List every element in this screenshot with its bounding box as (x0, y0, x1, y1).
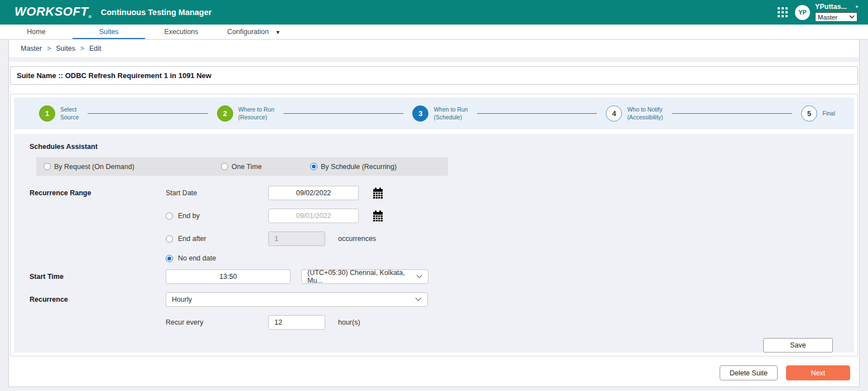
mode-by-request[interactable]: By Request (On Demand) (44, 163, 221, 171)
by-schedule-radio[interactable] (310, 163, 317, 170)
tab-executions[interactable]: Executions (145, 25, 218, 39)
step-4-label: Who to Notify(Accessibility) (627, 106, 663, 121)
chevron-down-icon (416, 274, 422, 279)
worksoft-logo: WORKSOFT® (15, 4, 92, 20)
one-time-radio[interactable] (221, 163, 228, 170)
end-after-input[interactable] (268, 231, 325, 246)
recurrence-row: Recurrence Hourly (30, 292, 854, 307)
step-2-circle: 2 (217, 105, 233, 122)
occurrences-label: occurrences (338, 235, 376, 243)
step-2-where-to-run[interactable]: 2 Where to Run(Resource) (217, 105, 274, 122)
user-caret-icon: ▼ (855, 4, 859, 9)
tenant-select[interactable]: Master (815, 12, 857, 22)
user-menu: YPuttas... ▼ Master (815, 3, 859, 22)
timezone-select[interactable]: (UTC+05:30) Chennai, Kolkata, Mu... (301, 269, 428, 284)
tab-suites[interactable]: Suites (73, 25, 145, 39)
end-after-radio[interactable] (166, 235, 173, 243)
chevron-down-icon (415, 297, 422, 302)
mode-one-time[interactable]: One Time (221, 163, 310, 171)
step-connector (283, 113, 404, 114)
step-1-label: SelectSource (60, 106, 79, 121)
username: YPuttas... (815, 3, 847, 11)
app-header: WORKSOFT® Continuous Testing Manager YP … (0, 0, 868, 25)
end-by-option[interactable]: End by (166, 212, 268, 220)
apps-grid-icon[interactable] (778, 7, 788, 17)
schedule-form: Schedules Assistant By Request (On Deman… (14, 134, 854, 353)
start-time-row: Start Time (UTC+05:30) Chennai, Kolkata,… (30, 269, 854, 284)
step-3-when-to-run[interactable]: 3 When to Run(Schedule) (412, 105, 467, 122)
recurrence-select-value: Hourly (172, 296, 192, 303)
hours-unit-label: hour(s) (338, 318, 360, 326)
end-by-radio[interactable] (166, 213, 173, 220)
breadcrumb-item-master[interactable]: Master (21, 45, 42, 52)
start-date-label: Start Date (166, 189, 197, 197)
chevron-down-icon (849, 15, 855, 19)
step-1-circle: 1 (39, 105, 55, 122)
wizard-stepper: 1 SelectSource 2 Where to Run(Resource) … (14, 98, 854, 129)
next-button[interactable]: Next (786, 365, 850, 380)
configuration-caret-icon: ▼ (276, 30, 281, 35)
start-time-input[interactable] (166, 269, 291, 284)
main-nav: Home Suites Executions Configuration▼ (0, 25, 868, 40)
app-title: Continuous Testing Manager (101, 8, 212, 17)
header-right: YP YPuttas... ▼ Master (778, 3, 859, 22)
mode-by-schedule[interactable]: By Schedule (Recurring) (310, 163, 397, 171)
step-3-circle: 3 (412, 105, 428, 122)
by-request-label: By Request (On Demand) (54, 163, 134, 171)
step-connector (672, 113, 793, 114)
breadcrumb-item-suites[interactable]: Suites (56, 45, 75, 52)
step-3-label: When to Run(Schedule) (433, 106, 467, 121)
breadcrumb-separator-icon: > (47, 45, 51, 52)
end-after-row: End after occurrences (30, 231, 854, 246)
breadcrumb-divider (9, 57, 859, 62)
delete-suite-button[interactable]: Delete Suite (720, 365, 778, 380)
step-1-select-source[interactable]: 1 SelectSource (39, 105, 79, 122)
no-end-date-option[interactable]: No end date (166, 254, 268, 262)
tab-home[interactable]: Home (0, 25, 73, 39)
start-date-input[interactable] (268, 186, 359, 200)
recurrence-label: Recurrence (30, 296, 166, 303)
footer-actions: Delete Suite Next (9, 365, 850, 380)
registered-mark: ® (88, 15, 91, 20)
wizard-panel: 1 SelectSource 2 Where to Run(Resource) … (10, 94, 858, 356)
tab-configuration-label: Configuration (227, 28, 268, 36)
suite-name-bar: Suite Name :: ODBC Refresh Requirement 1… (10, 66, 858, 85)
start-date-row: Recurrence Range Start Date (30, 186, 854, 200)
step-2-label: Where to Run(Resource) (238, 106, 274, 121)
step-4-who-to-notify[interactable]: 4 Who to Notify(Accessibility) (606, 105, 663, 122)
start-time-label: Start Time (30, 273, 166, 281)
start-date-calendar-icon[interactable] (373, 187, 383, 199)
end-after-label: End after (178, 235, 206, 243)
step-connector (88, 113, 208, 114)
step-5-label: Final (822, 110, 835, 118)
recurrence-range-label: Recurrence Range (30, 189, 166, 197)
end-by-label: End by (178, 212, 200, 220)
tab-configuration[interactable]: Configuration▼ (218, 25, 290, 39)
no-end-date-row: No end date (30, 254, 854, 262)
by-request-radio[interactable] (44, 163, 51, 170)
recur-every-input[interactable] (268, 315, 325, 330)
recur-every-label: Recur every (166, 318, 203, 326)
end-by-input[interactable] (268, 209, 359, 223)
step-5-final[interactable]: 5 Final (801, 105, 835, 122)
suite-name-text: Suite Name :: ODBC Refresh Requirement 1… (17, 71, 211, 80)
by-schedule-label: By Schedule (Recurring) (321, 163, 397, 171)
recurrence-select[interactable]: Hourly (166, 292, 428, 307)
no-end-date-radio[interactable] (166, 255, 173, 262)
end-by-calendar-icon[interactable] (373, 210, 383, 222)
no-end-date-label: No end date (178, 254, 216, 262)
breadcrumb: Master > Suites > Edit (9, 40, 859, 57)
timezone-select-value: (UTC+05:30) Chennai, Kolkata, Mu... (307, 269, 416, 284)
schedules-assistant-title: Schedules Assistant (30, 143, 854, 151)
breadcrumb-item-edit[interactable]: Edit (89, 45, 102, 52)
username-menu[interactable]: YPuttas... ▼ (815, 3, 859, 11)
step-connector (477, 113, 597, 114)
step-4-circle: 4 (606, 105, 622, 122)
end-after-option[interactable]: End after (166, 235, 268, 243)
step-5-circle: 5 (801, 105, 817, 122)
schedule-mode-bar: By Request (On Demand) One Time By Sched… (36, 157, 448, 176)
avatar[interactable]: YP (795, 5, 810, 20)
save-row: Save (30, 338, 854, 353)
one-time-label: One Time (232, 163, 262, 171)
save-button[interactable]: Save (763, 338, 833, 353)
